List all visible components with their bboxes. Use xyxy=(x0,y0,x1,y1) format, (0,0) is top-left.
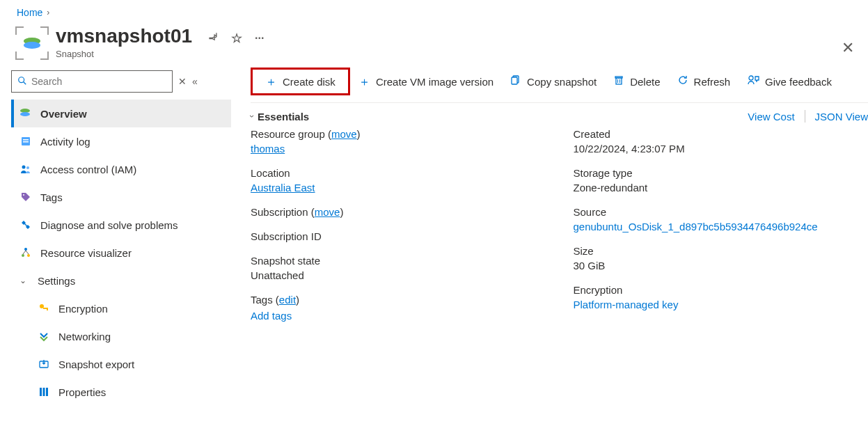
sidebar-item-iam[interactable]: Access control (IAM) xyxy=(11,155,231,183)
sidebar-item-label: Encryption xyxy=(58,303,223,315)
search-input[interactable] xyxy=(31,76,166,87)
sidebar-item-label: Diagnose and solve problems xyxy=(40,219,223,231)
create-disk-button[interactable]: ＋ Create disk xyxy=(257,70,344,94)
sidebar-item-label: Properties xyxy=(58,386,223,398)
prop-label: Size xyxy=(574,245,869,257)
log-icon xyxy=(19,135,32,148)
sidebar-item-diagnose[interactable]: Diagnose and solve problems xyxy=(11,211,231,239)
source-link[interactable]: genubuntu_OsDisk_1_d897bc5b5934476496b92… xyxy=(574,221,818,232)
chevron-down-icon: ⌄ xyxy=(19,276,29,285)
create-disk-highlight: ＋ Create disk xyxy=(251,68,350,95)
collapse-sidebar-icon[interactable]: « xyxy=(192,76,198,87)
sidebar-item-overview[interactable]: Overview xyxy=(11,100,231,127)
prop-value: Zone-redundant xyxy=(574,182,869,194)
properties-grid: Resource group (move) thomas Location Au… xyxy=(251,128,868,323)
prop-subscription: Subscription (move) xyxy=(251,206,546,218)
clear-search-icon[interactable]: ✕ xyxy=(178,76,187,87)
properties-icon xyxy=(38,386,50,398)
resource-group-link[interactable]: thomas xyxy=(251,143,285,155)
favorite-star-icon[interactable]: ☆ xyxy=(231,31,242,46)
content-pane: ＋ Create disk ＋ Create VM image version … xyxy=(231,65,868,406)
prop-value: Unattached xyxy=(251,269,546,281)
diagnose-icon xyxy=(19,219,32,231)
prop-snapshot-state: Snapshot state Unattached xyxy=(251,255,546,281)
move-resource-group-link[interactable]: move xyxy=(331,128,357,140)
sidebar-item-label: Activity log xyxy=(40,136,223,148)
more-icon[interactable]: ··· xyxy=(255,32,264,45)
delete-button[interactable]: Delete xyxy=(605,70,668,93)
json-view-link[interactable]: JSON View xyxy=(815,111,868,123)
sidebar: ✕ « Overview Activ xyxy=(0,65,231,406)
prop-label: Created xyxy=(574,128,869,140)
breadcrumb-home[interactable]: Home xyxy=(17,7,42,18)
prop-value: 30 GiB xyxy=(574,260,869,271)
close-icon[interactable]: ✕ xyxy=(842,39,854,57)
sidebar-item-encryption[interactable]: Encryption xyxy=(11,294,231,322)
trash-icon xyxy=(613,74,624,89)
svg-rect-15 xyxy=(47,308,48,310)
essentials-label: Essentials xyxy=(258,111,734,123)
essentials-header[interactable]: › Essentials View Cost JSON View xyxy=(251,103,868,128)
button-label: Refresh xyxy=(694,76,731,88)
chevron-right-icon: › xyxy=(47,8,49,17)
prop-storage-type: Storage type Zone-redundant xyxy=(574,167,869,194)
location-link[interactable]: Australia East xyxy=(251,182,315,194)
sidebar-item-activity-log[interactable]: Activity log xyxy=(11,127,231,155)
iam-icon xyxy=(19,163,32,175)
page-title: vmsnapshot01 xyxy=(56,25,192,47)
button-label: Copy snapshot xyxy=(527,76,597,88)
svg-point-9 xyxy=(22,254,24,257)
prop-label: Resource group xyxy=(251,128,325,140)
svg-point-0 xyxy=(19,77,24,82)
prop-subscription-id: Subscription ID xyxy=(251,230,546,242)
view-cost-link[interactable]: View Cost xyxy=(748,111,794,123)
prop-label: Subscription xyxy=(251,206,308,218)
sidebar-group-label: Settings xyxy=(38,275,223,287)
prop-label: Subscription ID xyxy=(251,230,546,242)
edit-tags-link[interactable]: edit xyxy=(279,294,296,306)
add-tags-link[interactable]: Add tags xyxy=(251,310,546,322)
network-icon xyxy=(38,330,50,342)
move-subscription-link[interactable]: move xyxy=(315,206,340,218)
svg-point-26 xyxy=(749,76,753,80)
svg-point-6 xyxy=(26,166,29,169)
plus-icon: ＋ xyxy=(265,74,277,90)
sidebar-item-label: Access control (IAM) xyxy=(40,164,223,175)
sidebar-item-label: Networking xyxy=(58,331,223,342)
properties-col-right: Created 10/22/2024, 4:23:07 PM Storage t… xyxy=(574,128,869,323)
create-vm-image-button[interactable]: ＋ Create VM image version xyxy=(350,70,502,94)
refresh-icon xyxy=(677,74,688,89)
prop-created: Created 10/22/2024, 4:23:07 PM xyxy=(574,128,869,155)
svg-rect-22 xyxy=(616,78,622,84)
svg-rect-4 xyxy=(23,141,29,143)
sidebar-item-label: Overview xyxy=(40,108,223,120)
sidebar-item-properties[interactable]: Properties xyxy=(11,378,231,406)
sidebar-item-label: Snapshot export xyxy=(58,358,223,370)
sidebar-item-tags[interactable]: Tags xyxy=(11,183,231,211)
tags-label: Tags xyxy=(251,294,273,306)
sidebar-search[interactable] xyxy=(11,70,173,93)
sidebar-item-snapshot-export[interactable]: Snapshot export xyxy=(11,350,231,378)
feedback-button[interactable]: Give feedback xyxy=(739,70,840,93)
copy-snapshot-button[interactable]: Copy snapshot xyxy=(502,70,605,93)
chevron-down-icon: › xyxy=(247,115,257,118)
sidebar-item-networking[interactable]: Networking xyxy=(11,322,231,350)
svg-point-7 xyxy=(23,194,24,196)
prop-label: Encryption xyxy=(574,284,869,296)
export-icon xyxy=(38,358,50,370)
sidebar-item-resource-visualizer[interactable]: Resource visualizer xyxy=(11,239,231,267)
divider xyxy=(805,110,805,123)
prop-resource-group: Resource group (move) thomas xyxy=(251,128,546,155)
command-bar: ＋ Create disk ＋ Create VM image version … xyxy=(251,65,868,103)
refresh-button[interactable]: Refresh xyxy=(669,70,739,93)
svg-rect-3 xyxy=(23,139,29,141)
sidebar-group-settings[interactable]: ⌄ Settings xyxy=(11,267,231,294)
overview-icon xyxy=(19,107,32,120)
svg-rect-18 xyxy=(43,388,45,396)
svg-point-10 xyxy=(27,254,30,257)
svg-rect-19 xyxy=(46,388,48,396)
encryption-link[interactable]: Platform-managed key xyxy=(574,299,679,310)
prop-label: Location xyxy=(251,167,546,179)
page-header: vmsnapshot01 ☆ ··· Snapshot ✕ xyxy=(0,19,868,59)
pin-icon[interactable] xyxy=(204,29,221,47)
